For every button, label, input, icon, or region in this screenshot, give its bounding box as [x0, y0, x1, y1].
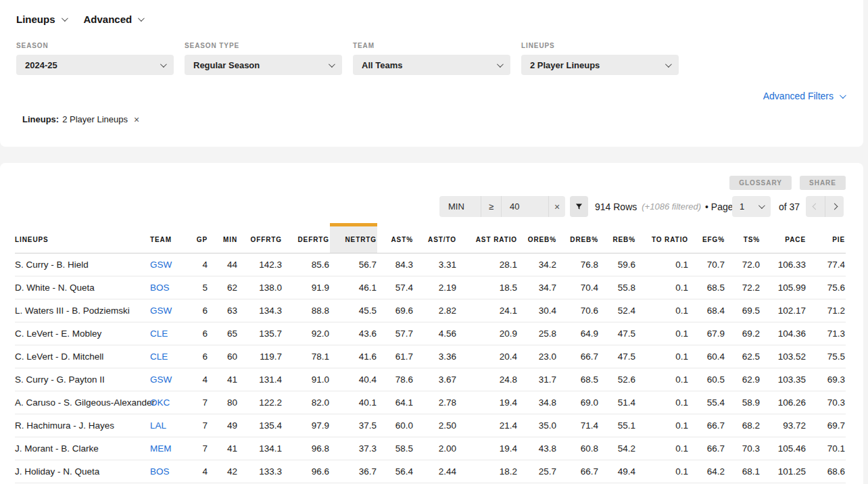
cell-gp: 4 [183, 460, 208, 483]
stat-type-label: Advanced [84, 14, 132, 25]
cell-efg_pct: 64.2 [689, 460, 725, 483]
chip-value: 2 Player Lineups [62, 114, 128, 124]
cell-oreb_pct: 25.7 [518, 460, 557, 483]
column-header-min[interactable]: MIN [208, 225, 238, 253]
stat-category-dropdown[interactable]: Lineups [16, 14, 66, 25]
cell-defrtg: 91.9 [283, 276, 330, 299]
team-link[interactable]: CLE [150, 352, 168, 362]
cell-ast_pct: 58.5 [377, 437, 414, 460]
cell-team: GSW [150, 253, 183, 276]
cell-team: CLE [150, 345, 183, 368]
glossary-button[interactable]: GLOSSARY [729, 176, 792, 190]
column-header-gp[interactable]: GP [183, 225, 208, 253]
column-header-to_ratio[interactable]: TO RATIO [636, 225, 689, 253]
cell-lineup: L. Waters III - B. Podziemski [15, 299, 150, 322]
cell-reb_pct: 55.1 [599, 414, 636, 437]
stats-table-panel: GLOSSARY SHARE MIN ≥ 40 × 914 Rows (+108… [0, 163, 863, 484]
team-link[interactable]: GSW [150, 260, 172, 270]
team-link[interactable]: CLE [150, 329, 168, 339]
cell-to_ratio: 0.1 [636, 322, 689, 345]
min-filter-clear-button[interactable]: × [548, 196, 565, 217]
cell-efg_pct: 68.4 [689, 299, 725, 322]
cell-ast_ratio: 19.4 [457, 391, 518, 414]
close-icon[interactable]: × [134, 115, 139, 124]
cell-dreb_pct: 70.6 [557, 299, 599, 322]
team-link[interactable]: LAL [150, 420, 166, 431]
lineups-select[interactable]: 2 Player Lineups [521, 55, 679, 75]
team-select[interactable]: All Teams [353, 55, 510, 75]
cell-gp: 7 [183, 437, 208, 460]
min-filter-field: MIN [448, 201, 464, 212]
chevron-down-icon [758, 202, 765, 209]
column-header-dreb_pct[interactable]: DREB% [557, 225, 599, 253]
cell-offrtg: 135.7 [238, 322, 283, 345]
team-link[interactable]: GSW [150, 374, 172, 385]
cell-pace: 103.35 [761, 368, 806, 391]
column-header-netrtg[interactable]: NETRTG [330, 225, 377, 253]
share-button[interactable]: SHARE [800, 176, 846, 190]
column-header-pie[interactable]: PIE [806, 225, 846, 253]
chevron-down-icon [329, 61, 335, 68]
cell-pie: 71.3 [806, 322, 846, 345]
chevron-down-icon [61, 15, 68, 22]
cell-ast_ratio: 21.4 [457, 414, 518, 437]
cell-efg_pct: 60.5 [689, 368, 725, 391]
min-filter-field-select[interactable]: MIN [439, 196, 481, 217]
cell-ast_to: 3.36 [414, 345, 457, 368]
column-header-ast_pct[interactable]: AST% [377, 225, 414, 253]
cell-offrtg: 122.2 [238, 391, 283, 414]
table-row: S. Curry - B. HieldGSW444142.385.656.784… [15, 253, 846, 276]
team-link[interactable]: MEM [150, 443, 172, 454]
page-number-select[interactable]: 1 [732, 196, 771, 217]
filters-panel: Lineups Advanced SEASON 2024-25 SEASON T… [0, 0, 863, 147]
cell-pace: 105.99 [761, 276, 806, 299]
season-select[interactable]: 2024-25 [16, 55, 174, 75]
cell-to_ratio: 0.1 [636, 299, 689, 322]
column-header-lineup[interactable]: LINEUPS [15, 225, 150, 253]
cell-to_ratio: 0.1 [636, 345, 689, 368]
cell-pace: 104.36 [761, 322, 806, 345]
column-header-oreb_pct[interactable]: OREB% [518, 225, 557, 253]
lineups-label: LINEUPS [521, 42, 679, 49]
cell-pace: 103.52 [761, 345, 806, 368]
cell-netrtg: 40.1 [330, 391, 377, 414]
min-filter-operator-select[interactable]: ≥ [481, 196, 501, 217]
chip-label: Lineups: [22, 114, 59, 124]
cell-ast_ratio: 18.5 [457, 276, 518, 299]
team-link[interactable]: BOS [150, 283, 170, 293]
cell-defrtg: 82.0 [283, 391, 330, 414]
column-header-ts_pct[interactable]: TS% [725, 225, 761, 253]
column-header-efg_pct[interactable]: EFG% [689, 225, 725, 253]
column-header-offrtg[interactable]: OFFRTG [238, 225, 283, 253]
column-header-reb_pct[interactable]: REB% [599, 225, 636, 253]
cell-team: MEM [150, 437, 183, 460]
cell-lineup: J. Morant - B. Clarke [15, 437, 150, 460]
team-link[interactable]: OKC [150, 397, 170, 408]
next-page-button[interactable] [825, 196, 844, 217]
cell-lineup: S. Curry - G. Payton II [15, 368, 150, 391]
apply-filter-button[interactable] [570, 196, 588, 217]
column-header-defrtg[interactable]: DEFRTG [283, 225, 330, 253]
rows-count: 914 Rows [595, 201, 637, 212]
cell-netrtg: 46.1 [330, 276, 377, 299]
cell-defrtg: 97.9 [283, 414, 330, 437]
season-type-select[interactable]: Regular Season [185, 55, 342, 75]
cell-ast_pct: 56.4 [377, 460, 414, 483]
team-link[interactable]: GSW [150, 306, 172, 316]
cell-dreb_pct: 66.7 [557, 460, 599, 483]
gte-operator: ≥ [489, 201, 493, 212]
cell-offrtg: 134.3 [238, 299, 283, 322]
previous-page-button[interactable] [806, 196, 825, 217]
advanced-filters-toggle[interactable]: Advanced Filters [763, 91, 844, 101]
column-header-ast_to[interactable]: AST/TO [414, 225, 457, 253]
column-header-team[interactable]: TEAM [150, 225, 183, 253]
team-link[interactable]: BOS [150, 466, 170, 477]
min-filter-value-input[interactable]: 40 [501, 196, 548, 217]
column-header-pace[interactable]: PACE [761, 225, 806, 253]
cell-gp: 4 [183, 368, 208, 391]
cell-ast_ratio: 24.8 [457, 368, 518, 391]
stat-type-dropdown[interactable]: Advanced [84, 14, 143, 25]
filter-season: SEASON 2024-25 [16, 42, 174, 75]
column-header-ast_ratio[interactable]: AST RATIO [457, 225, 518, 253]
cell-dreb_pct: 66.7 [557, 345, 599, 368]
